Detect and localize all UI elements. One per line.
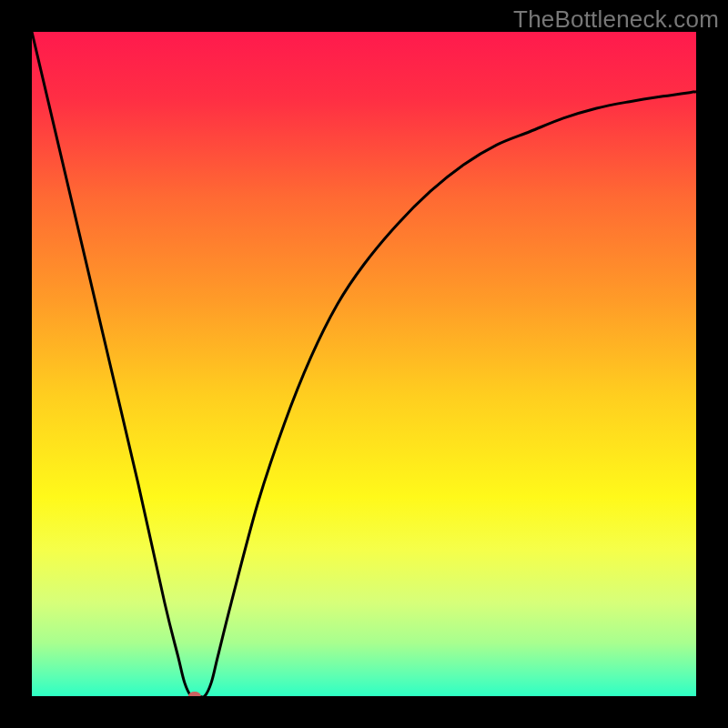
chart-frame: TheBottleneck.com <box>0 0 728 728</box>
chart-plot <box>32 32 696 696</box>
chart-background <box>32 32 696 696</box>
watermark-label: TheBottleneck.com <box>513 5 719 34</box>
